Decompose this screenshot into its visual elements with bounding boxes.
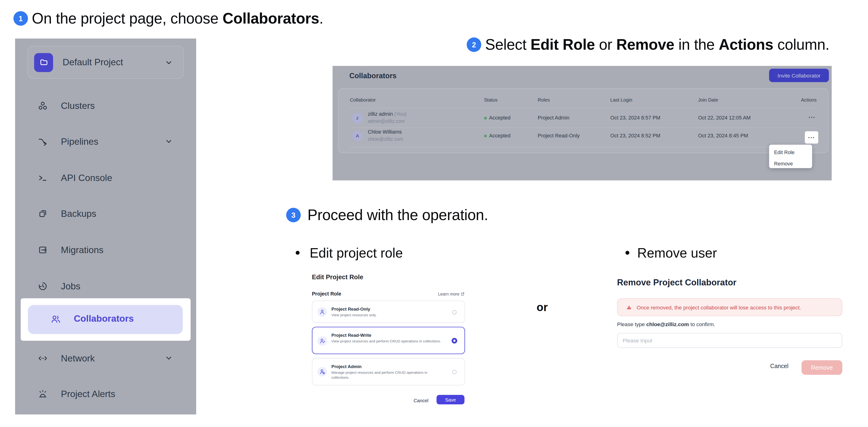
sidebar-item-jobs[interactable]: Jobs [15, 277, 196, 294]
bullet-edit-project-role: Edit project role [310, 245, 403, 261]
role-option-description: View project resources and perform CRUD … [332, 339, 443, 344]
radio-unselected[interactable] [452, 310, 457, 315]
collaborators-table-screenshot: Collaborators Invite Collaborator Collab… [333, 66, 832, 180]
confirm-email: chloe@zilliz.com [646, 321, 689, 327]
row-actions-ellipsis-icon[interactable]: ··· [809, 114, 816, 120]
last-login-cell: Oct 23, 2024 8:52 PM [610, 133, 660, 138]
cancel-button[interactable]: Cancel [770, 362, 788, 369]
bullet-dot [625, 251, 629, 255]
history-clock-icon [37, 281, 48, 291]
step-2-text: column. [773, 36, 829, 53]
cancel-button[interactable]: Cancel [413, 398, 429, 403]
copy-icon [37, 208, 48, 219]
sidebar-item-label: Collaborators [74, 314, 134, 324]
status-text: Accepted [489, 115, 510, 121]
actions-dropdown-menu: Edit Role Remove [769, 145, 812, 168]
column-header-roles: Roles [538, 97, 550, 103]
role-option-title: Project Read-Write [332, 333, 371, 338]
avatar: z [352, 113, 363, 124]
save-button[interactable]: Save [436, 395, 465, 404]
radio-unselected[interactable] [452, 370, 457, 374]
learn-more-link[interactable]: Learn more [438, 292, 464, 296]
role-option-description: View project resources only. [332, 313, 443, 318]
sidebar-item-label: Pipelines [61, 136, 98, 146]
migrations-icon [37, 244, 48, 255]
tutorial-page: 1 On the project page, choose Collaborat… [0, 0, 868, 427]
person-edit-icon [317, 336, 327, 346]
sidebar-item-pipelines[interactable]: Pipelines [15, 133, 196, 150]
sidebar-item-label: Clusters [61, 100, 95, 111]
project-switcher[interactable]: Default Project [27, 46, 184, 79]
menu-item-remove[interactable]: Remove [774, 161, 793, 167]
warning-text: Once removed, the project collaborator w… [637, 304, 801, 310]
step-3-badge: 3 [286, 208, 301, 223]
bullet-dot [296, 251, 300, 255]
step-2-bold-edit-role: Edit Role [531, 36, 595, 53]
confirm-instruction: Please type chloe@zilliz.com to confirm. [617, 321, 715, 327]
step-2-text: in the [674, 36, 719, 53]
sidebar-item-clusters[interactable]: Clusters [15, 97, 196, 114]
collaborator-email: admin@zilliz.com [368, 119, 405, 124]
divider [350, 108, 816, 108]
role-option-title: Project Admin [332, 364, 362, 369]
sidebar-item-api-console[interactable]: API Console [15, 169, 196, 186]
step-2-text: or [595, 36, 616, 53]
role-option-read-write[interactable]: Project Read-Write View project resource… [312, 327, 465, 354]
edit-project-role-dialog: Edit Project Role Project Role Learn mor… [311, 271, 465, 417]
column-header-status: Status [484, 97, 498, 103]
column-header-collaborator: Collaborator [350, 97, 376, 103]
step-2-heading: Select Edit Role or Remove in the Action… [485, 36, 829, 54]
warning-triangle-icon [626, 305, 631, 310]
step-2-bold-remove: Remove [616, 36, 674, 53]
sidebar-item-label: Migrations [61, 244, 103, 255]
chevron-down-icon [164, 137, 173, 146]
status-dot [484, 135, 487, 137]
column-header-last-login: Last Login [610, 97, 632, 103]
remove-button-disabled[interactable]: Remove [802, 360, 842, 375]
bullet-remove-user: Remove user [637, 245, 717, 261]
role-option-read-only[interactable]: Project Read-Only View project resources… [312, 300, 465, 323]
invite-collaborator-button[interactable]: Invite Collaborator [769, 69, 829, 82]
confirm-post: to confirm. [689, 321, 715, 327]
sidebar-item-migrations[interactable]: Migrations [15, 241, 196, 258]
warning-alert: Once removed, the project collaborator w… [617, 298, 842, 316]
dialog-title: Edit Project Role [312, 273, 363, 280]
sidebar-item-network[interactable]: Network [15, 350, 196, 366]
collaborators-table-card: Collaborator Status Roles Last Login Joi… [338, 88, 828, 153]
step-2-badge: 2 [467, 37, 481, 52]
sidebar-item-project-alerts[interactable]: Project Alerts [15, 386, 196, 402]
folder-icon [34, 53, 53, 72]
remove-collaborator-dialog: Remove Project Collaborator Once removed… [617, 276, 843, 383]
panel-title: Collaborators [349, 71, 396, 80]
project-name: Default Project [62, 57, 123, 68]
sidebar-item-label: Backups [61, 208, 96, 219]
sidebar-item-label: Jobs [61, 281, 81, 291]
sidebar-item-collaborators[interactable]: Collaborators [28, 305, 183, 334]
role-option-title: Project Read-Only [332, 306, 370, 311]
column-header-join-date: Join Date [698, 97, 718, 103]
radio-selected[interactable] [452, 338, 457, 343]
pipelines-icon [37, 136, 48, 146]
or-label: or [536, 301, 548, 314]
step-2-bold-actions: Actions [719, 36, 773, 53]
step-1-badge: 1 [13, 11, 28, 26]
row-actions-ellipsis-icon[interactable]: ··· [808, 135, 815, 140]
actions-ellipsis-highlight: ··· [805, 131, 818, 143]
join-date-cell: Oct 23, 2024 8:45 PM [698, 133, 748, 138]
step-1-heading: On the project page, choose Collaborator… [32, 10, 323, 27]
role-option-admin[interactable]: Project Admin Manage project resources a… [312, 358, 465, 385]
alert-siren-icon [37, 389, 48, 399]
step-2-text: Select [485, 36, 530, 53]
step-1-bold: Collaborators [223, 10, 319, 27]
divider [350, 147, 816, 147]
menu-item-edit-role[interactable]: Edit Role [774, 150, 795, 155]
collaborators-icon [50, 314, 61, 325]
collaborator-email: chloe@zilliz.com [368, 136, 403, 142]
role-cell: Project Read-Only [538, 133, 580, 138]
last-login-cell: Oct 23, 2024 8:57 PM [610, 115, 660, 121]
sidebar-item-backups[interactable]: Backups [15, 205, 196, 222]
avatar: A [352, 131, 363, 141]
status-dot [484, 117, 487, 120]
confirm-email-input[interactable] [617, 333, 842, 348]
step-1-text: On the project page, choose [32, 10, 223, 27]
